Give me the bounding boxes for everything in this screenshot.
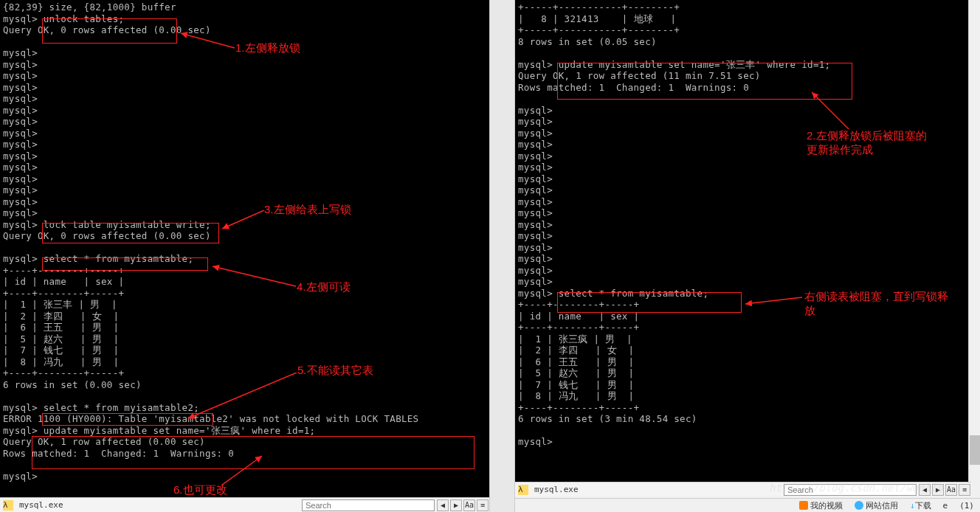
svg-line-4 [221, 456, 262, 485]
lambda-icon: λ [3, 500, 13, 511]
annotation-1: 1.左侧释放锁 [235, 41, 300, 55]
left-search-input[interactable] [302, 499, 435, 511]
annotation-7: 右侧读表被阻塞，直到写锁释 放 [804, 290, 948, 318]
taskbar-video[interactable]: 我的视频 [799, 500, 843, 511]
left-statusbar: λ mysql.exe ◀ ▶ Aa ≡ [0, 497, 489, 512]
redbox-select [42, 257, 208, 271]
menu-icon[interactable]: ≡ [959, 484, 970, 496]
redbox-unlock [42, 18, 177, 44]
svg-line-1 [222, 210, 264, 229]
right-status-title: mysql.exe [531, 485, 784, 494]
redbox-lock [42, 223, 219, 243]
right-scrollbar[interactable] [968, 0, 980, 482]
browser-taskbar: 我的视频 网站信用 ↓下载 e (1) [515, 498, 980, 512]
arrow-6 [221, 454, 266, 487]
annotation-4: 4.左侧可读 [297, 280, 351, 294]
svg-line-5 [812, 92, 849, 129]
annotation-2: 2.左侧释放锁后被阻塞的 更新操作完成 [807, 129, 927, 157]
watermark: https://blog.csdn.net/wenllo [769, 482, 943, 494]
svg-line-0 [181, 33, 235, 48]
svg-line-2 [213, 266, 296, 286]
arrow-7 [742, 295, 804, 306]
taskbar-ie-icon[interactable]: e [943, 501, 948, 511]
svg-line-6 [745, 297, 802, 304]
arrow-5 [184, 373, 299, 421]
scroll-thumb[interactable] [970, 435, 980, 465]
annotation-5: 5.不能读其它表 [297, 364, 373, 378]
splitter[interactable] [489, 0, 515, 512]
arrow-1 [177, 30, 236, 52]
taskbar-speaker-icon[interactable]: (1) [959, 501, 974, 511]
svg-line-3 [188, 373, 297, 418]
arrow-2 [808, 89, 852, 133]
annotation-3: 3.左侧给表上写锁 [264, 203, 351, 217]
annotation-6: 6.也可更改 [173, 483, 227, 497]
menu-icon[interactable]: ≡ [477, 499, 489, 511]
search-next-icon[interactable]: ▶ [450, 499, 462, 511]
left-status-title: mysql.exe [16, 500, 302, 510]
lambda-icon: λ [518, 485, 528, 495]
redbox-right-select [557, 292, 742, 313]
arrow-4 [209, 264, 297, 290]
search-case-icon[interactable]: Aa [945, 484, 957, 496]
search-prev-icon[interactable]: ◀ [437, 499, 449, 511]
taskbar-download[interactable]: ↓下载 [910, 500, 931, 511]
search-case-icon[interactable]: Aa [463, 499, 475, 511]
taskbar-site[interactable]: 网站信用 [855, 500, 898, 511]
arrow-3 [218, 210, 266, 231]
